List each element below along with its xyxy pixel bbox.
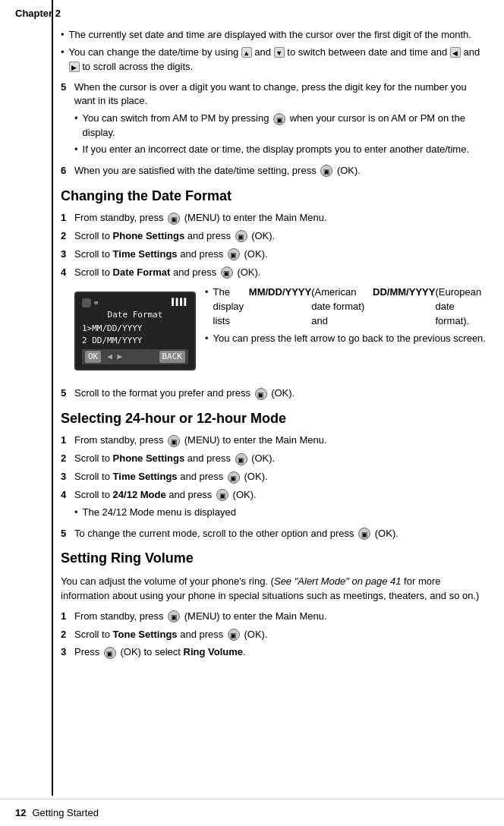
footer-page-num: 12 xyxy=(15,807,26,818)
s1-step-2-content: Scroll to Phone Settings and press ▣ (OK… xyxy=(74,229,489,244)
s1-step-5-num: 5 xyxy=(61,386,74,401)
step-5-sub-bullets: You can switch from AM to PM by pressing… xyxy=(74,112,489,157)
date-format-display: ✉ ▌▌▌▌ Date Format 1>MM/DD/YYYY 2 DD/MM/… xyxy=(74,292,196,370)
date-format-display-block: ✉ ▌▌▌▌ Date Format 1>MM/DD/YYYY 2 DD/MM/… xyxy=(74,285,489,377)
section3-heading: Setting Ring Volume xyxy=(61,550,489,567)
display-arrows: ◀ ▶ xyxy=(107,351,122,363)
section3-steps: 1 From standby, press ▣ (MENU) to enter … xyxy=(61,610,489,660)
page-container: Chapter 2 The currently set date and tim… xyxy=(0,0,504,826)
s1-step-4-num: 4 xyxy=(61,266,74,383)
section2-step-3: 3 Scroll to Time Settings and press ▣ (O… xyxy=(61,470,489,484)
s2-step-4-sub-1: The 24/12 Mode menu is displayed xyxy=(74,506,489,520)
ok-icon-s1-4: ▣ xyxy=(221,266,233,279)
step-5-num: 5 xyxy=(61,80,74,160)
section2-step-4: 4 Scroll to 24/12 Mode and press ▣ (OK).… xyxy=(61,488,489,523)
section1-step-3: 3 Scroll to Time Settings and press ▣ (O… xyxy=(61,247,489,262)
step-6-text: When you are satisfied with the date/tim… xyxy=(74,165,361,176)
step-5-content: When the cursor is over a digit you want… xyxy=(74,80,489,160)
ok-icon-step6: ▣ xyxy=(320,165,332,177)
intro-bullets: The currently set date and time are disp… xyxy=(61,28,489,74)
ok-icon-s2-4: ▣ xyxy=(216,489,228,501)
s1-step-1-content: From standby, press ▣ (MENU) to enter th… xyxy=(74,211,489,225)
menu-icon: ▣ xyxy=(273,113,285,125)
ok-icon-s1-3: ▣ xyxy=(228,248,240,260)
s3-step-2-num: 2 xyxy=(61,628,74,642)
display-back-btn: BACK xyxy=(159,351,186,363)
down-arrow-icon: ▼ xyxy=(274,47,285,58)
display-bullet-1: The display lists MM/DD/YYYY (American d… xyxy=(205,285,489,329)
ok-icon-s3-2: ▣ xyxy=(228,629,240,641)
step-5-sub-1: You can switch from AM to PM by pressing… xyxy=(74,112,489,140)
intro-bullet-2-text: You can change the date/time by using ▲ … xyxy=(69,46,489,74)
section1-step-2: 2 Scroll to Phone Settings and press ▣ (… xyxy=(61,229,489,244)
s2-step-1-num: 1 xyxy=(61,433,74,448)
s2-step-4-num: 4 xyxy=(61,488,74,523)
s2-step-3-content: Scroll to Time Settings and press ▣ (OK)… xyxy=(74,470,489,484)
step-5-sub-2: If you enter an incorrect date or time, … xyxy=(74,143,489,157)
chapter-title: Chapter 2 xyxy=(15,8,61,19)
intro-bullet-2: You can change the date/time by using ▲ … xyxy=(61,46,489,74)
s3-step-1-content: From standby, press ▣ (MENU) to enter th… xyxy=(74,610,489,624)
s1-step-3-content: Scroll to Time Settings and press ▣ (OK)… xyxy=(74,247,489,262)
step-6: 6 When you are satisfied with the date/t… xyxy=(61,164,489,178)
display-line-1: 1>MM/DD/YYYY xyxy=(82,323,188,334)
section2-step-2: 2 Scroll to Phone Settings and press ▣ (… xyxy=(61,452,489,466)
step-6-content: When you are satisfied with the date/tim… xyxy=(74,164,489,178)
page-footer: 12 Getting Started xyxy=(0,799,504,826)
ok-icon-s2-3: ▣ xyxy=(228,471,240,484)
section3-step-2: 2 Scroll to Tone Settings and press ▣ (O… xyxy=(61,628,489,642)
s3-step-3-content: Press ▣ (OK) to select Ring Volume. xyxy=(74,645,489,660)
up-arrow-icon: ▲ xyxy=(241,47,252,58)
section1-heading: Changing the Date Format xyxy=(61,188,489,205)
ok-icon-s1-5: ▣ xyxy=(255,388,267,400)
left-border xyxy=(52,0,53,796)
intro-bullet-1: The currently set date and time are disp… xyxy=(61,28,489,43)
ok-icon-s2-5: ▣ xyxy=(358,528,370,540)
display-ok-btn: OK xyxy=(85,351,101,363)
left-arrow-icon: ◀ xyxy=(450,47,461,58)
s2-step-4-content: Scroll to 24/12 Mode and press ▣ (OK). T… xyxy=(74,488,489,523)
s1-step-4-content: Scroll to Date Format and press ▣ (OK). … xyxy=(74,266,489,383)
s1-step-1-num: 1 xyxy=(61,211,74,225)
s2-step-3-num: 3 xyxy=(61,470,74,484)
step-5-sub-1-text: You can switch from AM to PM by pressing… xyxy=(83,112,489,140)
step-5-sub-2-text: If you enter an incorrect date or time, … xyxy=(83,143,469,157)
display-block-bullets: The display lists MM/DD/YYYY (American d… xyxy=(205,285,489,348)
s2-step-4-sub: The 24/12 Mode menu is displayed xyxy=(74,506,489,520)
section2-heading: Selecting 24-hour or 12-hour Mode xyxy=(61,410,489,427)
chapter-header: Chapter 2 xyxy=(0,0,504,22)
s2-step-2-content: Scroll to Phone Settings and press ▣ (OK… xyxy=(74,452,489,466)
section2-step-1: 1 From standby, press ▣ (MENU) to enter … xyxy=(61,433,489,448)
ok-icon-s1-2: ▣ xyxy=(235,230,247,242)
step-5: 5 When the cursor is over a digit you wa… xyxy=(61,80,489,160)
menu-icon-s1-1: ▣ xyxy=(168,213,180,225)
section3-step-1: 1 From standby, press ▣ (MENU) to enter … xyxy=(61,610,489,624)
s2-step-2-num: 2 xyxy=(61,452,74,466)
footer-title: Getting Started xyxy=(32,807,98,818)
s2-step-5-num: 5 xyxy=(61,527,74,541)
content-area: The currently set date and time are disp… xyxy=(61,22,489,826)
s1-step-2-num: 2 xyxy=(61,229,74,244)
s2-step-1-content: From standby, press ▣ (MENU) to enter th… xyxy=(74,433,489,448)
s3-step-2-content: Scroll to Tone Settings and press ▣ (OK)… xyxy=(74,628,489,642)
menu-icon-s2-1: ▣ xyxy=(168,435,180,447)
s3-step-1-num: 1 xyxy=(61,610,74,624)
section2-step-5: 5 To change the current mode, scroll to … xyxy=(61,527,489,541)
section1-steps: 1 From standby, press ▣ (MENU) to enter … xyxy=(61,211,489,401)
display-title: Date Format xyxy=(82,309,188,321)
display-line-2: 2 DD/MM/YYYY xyxy=(82,335,188,346)
section1-step-4: 4 Scroll to Date Format and press ▣ (OK)… xyxy=(61,266,489,383)
section3-body: You can adjust the volume of your phone'… xyxy=(61,574,489,604)
s1-step-5-content: Scroll to the format you prefer and pres… xyxy=(74,386,489,401)
section3-step-3: 3 Press ▣ (OK) to select Ring Volume. xyxy=(61,645,489,660)
ok-icon-s2-2: ▣ xyxy=(235,453,247,465)
section1-step-1: 1 From standby, press ▣ (MENU) to enter … xyxy=(61,211,489,225)
menu-icon-s3-1: ▣ xyxy=(168,610,180,623)
s1-step-3-num: 3 xyxy=(61,247,74,262)
s2-step-5-content: To change the current mode, scroll to th… xyxy=(74,527,489,541)
s3-step-3-num: 3 xyxy=(61,645,74,660)
section1-step-5: 5 Scroll to the format you prefer and pr… xyxy=(61,386,489,401)
step-5-text: When the cursor is over a digit you want… xyxy=(74,81,467,107)
step-6-num: 6 xyxy=(61,164,74,178)
ok-icon-s3-3: ▣ xyxy=(104,647,116,659)
